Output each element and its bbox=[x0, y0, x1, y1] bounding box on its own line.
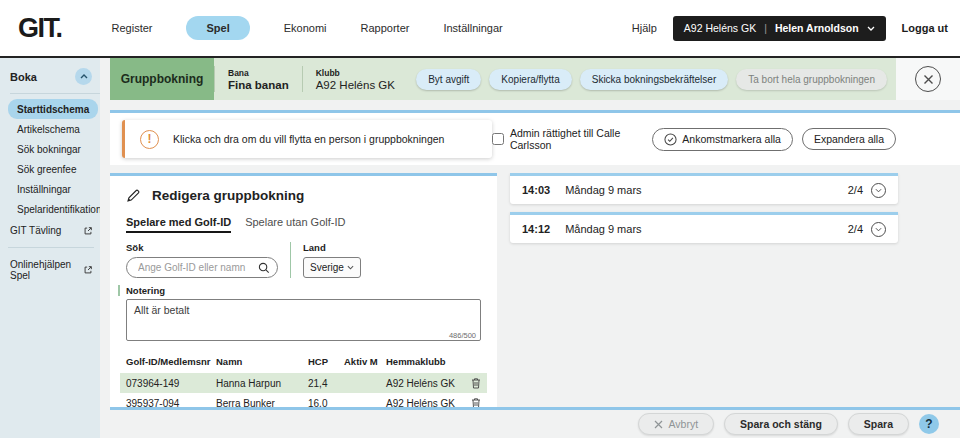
search-fields-row: Sök Land Sverige bbox=[126, 242, 481, 278]
search-box bbox=[126, 257, 278, 278]
note-label: Notering bbox=[126, 285, 165, 296]
group-booking-header-row: Gruppbokning Bana Fina banan Klubb A92 H… bbox=[110, 58, 960, 100]
col-header-actions bbox=[465, 356, 481, 367]
sidebar-item-starttidschema[interactable]: Starttidschema bbox=[8, 99, 98, 119]
drag-drop-notice: ! Klicka och dra om du vill flytta en pe… bbox=[122, 120, 492, 158]
send-confirmations-button[interactable]: Skicka bokningsbekräftelser bbox=[580, 69, 729, 90]
toolbar-row: ! Klicka och dra om du vill flytta en pe… bbox=[110, 110, 960, 165]
panel-title: Redigera gruppbokning bbox=[152, 188, 304, 203]
copy-move-button[interactable]: Kopiera/flytta bbox=[489, 69, 571, 90]
country-select[interactable]: Sverige bbox=[303, 257, 361, 278]
help-link[interactable]: Hjälp bbox=[632, 22, 657, 34]
main-menu: Register Spel Ekonomi Rapporter Inställn… bbox=[112, 16, 503, 40]
booking-date: Måndag 9 mars bbox=[565, 223, 641, 235]
table-row[interactable]: 073964-149 Hanna Harpun 21,4 A92 Heléns … bbox=[120, 373, 487, 393]
tab-players-without-golfid[interactable]: Spelare utan Golf-ID bbox=[245, 216, 345, 233]
logout-button[interactable]: Logga ut bbox=[902, 22, 948, 34]
search-input[interactable] bbox=[136, 261, 258, 274]
user-club-label: A92 Heléns GK bbox=[684, 22, 756, 34]
col-header-golfid: Golf-ID/Medlemsnr bbox=[126, 356, 216, 367]
chevron-down-icon bbox=[347, 265, 354, 270]
git-logo: GIT. bbox=[18, 13, 62, 44]
expand-booking-icon[interactable] bbox=[871, 183, 886, 198]
arrival-mark-all-label: Ankomstmarkera alla bbox=[682, 133, 781, 145]
sidebar-item-installningar[interactable]: Inställningar bbox=[0, 179, 100, 199]
player-hcp: 21,4 bbox=[308, 378, 344, 389]
divider bbox=[10, 93, 100, 94]
player-golfid: 395937-094 bbox=[126, 398, 216, 408]
nav-item-ekonomi[interactable]: Ekonomi bbox=[284, 22, 327, 34]
note-char-counter: 486/500 bbox=[449, 331, 476, 340]
players-table: Golf-ID/Medlemsnr Namn HCP Aktiv M Hemma… bbox=[126, 356, 481, 407]
player-homeclub: A92 Heléns GK bbox=[386, 398, 465, 408]
main-content: Gruppbokning Bana Fina banan Klubb A92 H… bbox=[100, 58, 960, 438]
note-textarea[interactable]: Allt är betalt bbox=[126, 299, 481, 341]
delete-group-booking-button[interactable]: Ta bort hela gruppbokningen bbox=[736, 69, 887, 90]
save-button[interactable]: Spara bbox=[848, 413, 909, 435]
booking-card-right: 2/4 bbox=[848, 183, 886, 198]
col-header-hcp: HCP bbox=[308, 356, 344, 367]
players-table-header: Golf-ID/Medlemsnr Namn HCP Aktiv M Hemma… bbox=[126, 356, 481, 373]
admin-rights-checkbox[interactable] bbox=[492, 133, 504, 145]
field-accent-tick bbox=[118, 285, 120, 296]
close-zone bbox=[896, 58, 960, 100]
admin-rights-label: Admin rättighet till Calle Carlsson bbox=[510, 127, 640, 151]
collapse-section-button[interactable] bbox=[75, 68, 92, 85]
sidebar-item-artikelschema[interactable]: Artikelschema bbox=[0, 119, 100, 139]
booking-time-card[interactable]: 14:12 Måndag 9 mars 2/4 bbox=[510, 212, 898, 243]
note-textarea-wrap: Allt är betalt 486/500 bbox=[126, 299, 481, 345]
content-row: Redigera gruppbokning Spelare med Golf-I… bbox=[110, 173, 960, 407]
nav-item-rapporter[interactable]: Rapporter bbox=[361, 22, 410, 34]
sidebar-item-sok-bokningar[interactable]: Sök bokningar bbox=[0, 139, 100, 159]
help-button[interactable]: ? bbox=[919, 414, 939, 434]
col-header-active: Aktiv M bbox=[344, 356, 386, 367]
close-button[interactable] bbox=[915, 66, 941, 92]
delete-player-icon[interactable] bbox=[465, 377, 481, 389]
cancel-button[interactable]: Avbryt bbox=[638, 413, 715, 435]
pill-separator: | bbox=[764, 22, 767, 34]
toolbar-actions: Admin rättighet till Calle Carlsson Anko… bbox=[492, 127, 896, 151]
country-field-group: Land Sverige bbox=[290, 242, 361, 278]
nav-item-spel[interactable]: Spel bbox=[186, 16, 249, 40]
nav-item-installningar[interactable]: Inställningar bbox=[443, 22, 502, 34]
sidebar-item-sok-greenfee[interactable]: Sök greenfee bbox=[0, 159, 100, 179]
divider bbox=[8, 247, 94, 248]
git-tavling-label: GIT Tävling bbox=[10, 225, 61, 236]
sidebar-item-spelaridentifikation[interactable]: Spelaridentifikation bbox=[0, 199, 100, 219]
notice-text: Klicka och dra om du vill flytta en pers… bbox=[173, 133, 444, 145]
tab-players-with-golfid[interactable]: Spelare med Golf-ID bbox=[126, 216, 231, 233]
player-homeclub: A92 Heléns GK bbox=[386, 378, 465, 389]
booking-time-card[interactable]: 14:03 Måndag 9 mars 2/4 bbox=[510, 173, 898, 204]
table-row[interactable]: 395937-094 Berra Bunker 16,0 A92 Heléns … bbox=[120, 393, 487, 407]
country-selected-value: Sverige bbox=[310, 262, 344, 273]
sidebar-link-git-tavling[interactable]: GIT Tävling bbox=[0, 219, 100, 241]
external-link-icon bbox=[83, 226, 93, 236]
save-and-close-button[interactable]: Spara och stäng bbox=[724, 413, 838, 435]
chevron-up-icon bbox=[80, 74, 88, 79]
booking-times-list: 14:03 Måndag 9 mars 2/4 14:12 Måndag 9 m… bbox=[497, 173, 960, 407]
sidebar-section-label: Boka bbox=[10, 71, 37, 83]
change-fee-button[interactable]: Byt avgift bbox=[416, 69, 481, 90]
expand-all-button[interactable]: Expandera alla bbox=[802, 128, 896, 150]
topnav-right: Hjälp A92 Heléns GK | Helen Arnoldson Lo… bbox=[632, 16, 948, 41]
online-help-label: Onlinehjälpen Spel bbox=[10, 259, 83, 281]
booking-occupancy: 2/4 bbox=[848, 223, 863, 235]
search-field-group: Sök bbox=[126, 242, 278, 278]
close-icon bbox=[923, 74, 934, 85]
expand-booking-icon[interactable] bbox=[871, 222, 886, 237]
warning-icon: ! bbox=[140, 130, 159, 149]
note-field-group: Notering Allt är betalt 486/500 bbox=[126, 285, 481, 345]
booking-time: 14:12 bbox=[522, 223, 550, 235]
panel-title-row: Redigera gruppbokning bbox=[126, 188, 481, 203]
user-menu[interactable]: A92 Heléns GK | Helen Arnoldson bbox=[673, 16, 886, 41]
arrival-mark-all-button[interactable]: Ankomstmarkera alla bbox=[652, 128, 793, 151]
admin-rights-checkbox-row[interactable]: Admin rättighet till Calle Carlsson bbox=[492, 127, 640, 151]
booking-date: Måndag 9 mars bbox=[565, 184, 641, 196]
nav-item-register[interactable]: Register bbox=[112, 22, 153, 34]
delete-player-icon[interactable] bbox=[465, 397, 481, 407]
player-name: Hanna Harpun bbox=[216, 378, 308, 389]
player-tabs: Spelare med Golf-ID Spelare utan Golf-ID bbox=[126, 216, 481, 233]
tab-gruppbokning[interactable]: Gruppbokning bbox=[110, 58, 214, 100]
player-hcp: 16,0 bbox=[308, 398, 344, 408]
sidebar-link-online-help[interactable]: Onlinehjälpen Spel bbox=[0, 253, 100, 286]
